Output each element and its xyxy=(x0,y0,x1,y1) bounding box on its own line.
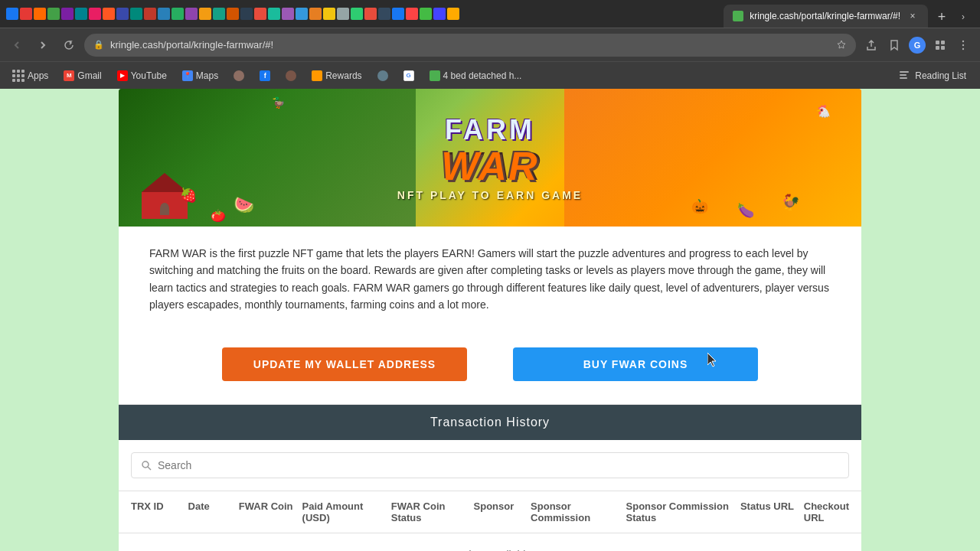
favicon-17 xyxy=(227,8,239,20)
farm-text: FARM xyxy=(397,114,583,146)
star-icon[interactable] xyxy=(836,40,847,51)
buttons-section: UPDATE MY WALLET ADDRESS BUY FWAR COINS xyxy=(119,332,861,404)
forward-button[interactable] xyxy=(32,34,54,56)
svg-point-4 xyxy=(962,40,964,41)
favicon-3 xyxy=(34,8,46,20)
apps-icon xyxy=(12,70,24,82)
favicon-9 xyxy=(116,8,129,20)
active-tab[interactable]: kringle.cash/portal/kringle-farmwar/#! × xyxy=(724,5,928,28)
favicon-26 xyxy=(351,8,363,20)
google-account-button[interactable]: G xyxy=(906,34,928,56)
back-button[interactable] xyxy=(6,34,28,56)
bookmark-listing[interactable]: 4 bed detached h... xyxy=(423,67,528,84)
col-sponsor-commission: Sponsor Commission xyxy=(531,500,619,523)
rewards-label: Rewards xyxy=(325,70,361,81)
favicon-28 xyxy=(378,8,390,20)
no-data-message: No data available xyxy=(119,533,861,551)
active-tab-title: kringle.cash/portal/kringle-farmwar/#! xyxy=(750,11,900,21)
reading-list-button[interactable]: Reading List xyxy=(890,67,974,85)
favicon-16 xyxy=(213,8,225,20)
favicon-25 xyxy=(337,8,349,20)
table-container: TRX ID Date FWAR Coin Paid Amount (USD) … xyxy=(119,491,861,551)
bookmark-item-8[interactable] xyxy=(371,67,394,84)
favicon-24 xyxy=(323,8,335,20)
tab-close-button[interactable]: × xyxy=(906,10,919,22)
favicon-19 xyxy=(254,8,266,20)
favicon-32 xyxy=(433,8,446,20)
reading-list-icon xyxy=(898,70,910,82)
reload-button[interactable] xyxy=(58,34,80,56)
tomato-decoration: 🍅 xyxy=(211,208,226,223)
favicon-11 xyxy=(144,8,156,20)
bookmark-rewards[interactable]: Rewards xyxy=(305,67,368,84)
toolbar: 🔒 kringle.cash/portal/kringle-farmwar/#!… xyxy=(0,28,980,61)
banner-title: FARM WAR NFT PLAY TO EARN GAME xyxy=(397,114,583,201)
gmail-icon: M xyxy=(64,70,74,81)
extensions-button[interactable] xyxy=(929,34,951,56)
bookmarks-bar: Apps M Gmail ▶ YouTube 📍 Maps f xyxy=(0,61,980,89)
apps-label: Apps xyxy=(28,70,48,81)
col-trx-id: TRX ID xyxy=(131,500,182,523)
bookmark-google[interactable]: G xyxy=(397,67,420,84)
strawberry-decoration: 🍓 xyxy=(180,187,197,204)
facebook-icon: f xyxy=(260,70,270,81)
favicon-15 xyxy=(199,8,211,20)
favicon-21 xyxy=(282,8,294,20)
browser-chrome: kringle.cash/portal/kringle-farmwar/#! ×… xyxy=(0,0,980,89)
col-fwar-coin-status: FWAR Coin Status xyxy=(391,500,468,523)
update-wallet-button[interactable]: UPDATE MY WALLET ADDRESS xyxy=(222,347,467,381)
table-headers: TRX ID Date FWAR Coin Paid Amount (USD) … xyxy=(119,491,861,533)
favicon-14 xyxy=(185,8,198,20)
rewards-icon xyxy=(312,70,322,81)
bookmark-apps[interactable]: Apps xyxy=(6,67,54,85)
col-checkout-url: Checkout URL xyxy=(804,500,849,523)
bookmark-maps[interactable]: 📍 Maps xyxy=(176,67,224,84)
bookmark-item-4[interactable] xyxy=(227,67,250,84)
google-icon: G xyxy=(403,70,414,81)
gmail-label: Gmail xyxy=(77,70,101,81)
buy-coins-button[interactable]: BUY FWAR COINS xyxy=(513,347,758,381)
hero-banner: 🍉 🍓 🍅 FARM WAR NFT PLAY TO EARN GAME 🐓 🍆… xyxy=(119,89,861,227)
favicon-6 xyxy=(75,8,87,20)
description-text: FARM WAR is the first puzzle NFT game th… xyxy=(149,245,831,314)
favicon-27 xyxy=(364,8,377,20)
youtube-icon: ▶ xyxy=(117,70,128,81)
svg-rect-2 xyxy=(936,46,939,50)
page-content: 🍉 🍓 🍅 FARM WAR NFT PLAY TO EARN GAME 🐓 🍆… xyxy=(0,89,980,551)
address-bar[interactable]: 🔒 kringle.cash/portal/kringle-farmwar/#! xyxy=(84,34,856,57)
description-section: FARM WAR is the first puzzle NFT game th… xyxy=(119,227,861,332)
main-container: 🍉 🍓 🍅 FARM WAR NFT PLAY TO EARN GAME 🐓 🍆… xyxy=(119,89,861,551)
tab-bar: kringle.cash/portal/kringle-farmwar/#! ×… xyxy=(0,0,980,28)
favicon-5 xyxy=(61,8,74,20)
pumpkin-decoration: 🎃 xyxy=(691,198,708,215)
nft-subtitle: NFT PLAY TO EARN GAME xyxy=(397,189,583,201)
bookmark-gmail[interactable]: M Gmail xyxy=(57,67,107,84)
share-button[interactable] xyxy=(861,34,882,56)
bookmark-item-6[interactable] xyxy=(279,67,302,84)
favicon-13 xyxy=(172,8,184,20)
maps-icon: 📍 xyxy=(182,70,193,81)
bookmark-icon-8 xyxy=(377,70,388,81)
search-container xyxy=(119,440,861,491)
tab-favicon-strip xyxy=(6,0,724,28)
search-icon xyxy=(141,460,152,471)
transaction-title: Transaction History xyxy=(430,416,550,429)
address-text: kringle.cash/portal/kringle-farmwar/#! xyxy=(110,39,830,51)
maps-label: Maps xyxy=(196,70,218,81)
col-paid-amount: Paid Amount (USD) xyxy=(302,500,385,523)
tab-overflow-button[interactable]: › xyxy=(952,6,974,28)
new-tab-button[interactable]: + xyxy=(931,6,952,28)
search-input[interactable] xyxy=(158,459,839,471)
favicon-18 xyxy=(240,8,253,20)
youtube-label: YouTube xyxy=(131,70,167,81)
bookmark-button[interactable] xyxy=(884,34,905,56)
favicon-29 xyxy=(392,8,404,20)
svg-rect-8 xyxy=(900,74,906,76)
menu-button[interactable] xyxy=(952,34,974,56)
bookmark-youtube[interactable]: ▶ YouTube xyxy=(111,67,173,84)
favicon-4 xyxy=(47,8,60,20)
bookmark-facebook[interactable]: f xyxy=(253,67,276,84)
svg-point-10 xyxy=(142,461,149,468)
favicon-2 xyxy=(20,8,32,20)
transaction-section: Transaction History TRX ID Date FWAR Coi… xyxy=(119,404,861,551)
